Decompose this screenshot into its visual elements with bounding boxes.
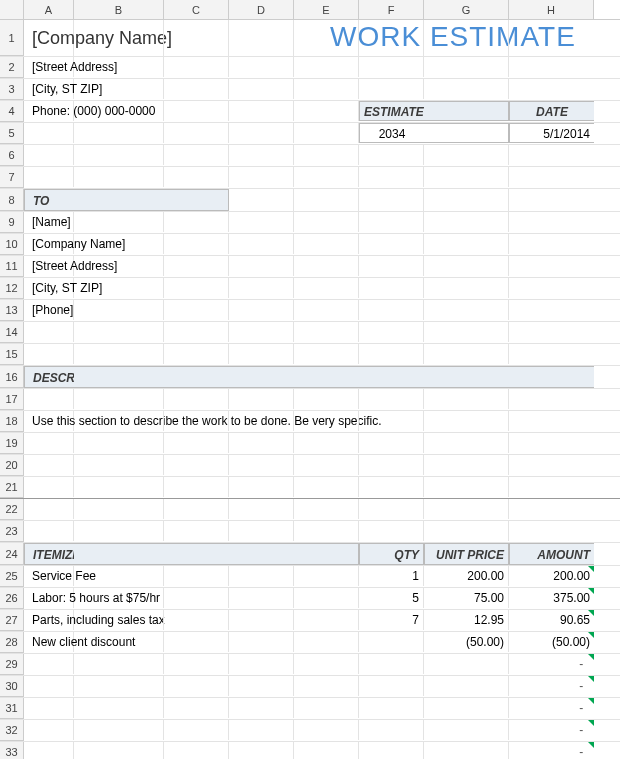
cell[interactable] [294, 366, 359, 388]
cell[interactable] [229, 632, 294, 652]
cell[interactable] [74, 101, 164, 121]
cell[interactable] [509, 256, 594, 276]
row-header-8[interactable]: 8 [0, 189, 24, 211]
cell[interactable] [229, 79, 294, 99]
cell[interactable] [74, 20, 164, 56]
row-header-1[interactable]: 1 [0, 20, 24, 56]
cell[interactable] [74, 654, 164, 674]
cell[interactable] [424, 433, 509, 453]
item-amt[interactable]: (50.00) [509, 632, 594, 652]
cell[interactable] [424, 654, 509, 674]
cell[interactable] [164, 212, 229, 232]
cell[interactable] [359, 433, 424, 453]
cell[interactable] [359, 344, 424, 364]
cell-estimate-value[interactable]: 2034 [359, 123, 424, 143]
cell[interactable] [509, 344, 594, 364]
cell[interactable] [229, 145, 294, 165]
cell[interactable] [424, 676, 509, 696]
cell[interactable] [74, 698, 164, 718]
cell[interactable] [164, 101, 229, 121]
row-header-32[interactable]: 32 [0, 720, 24, 741]
cell[interactable] [424, 145, 509, 165]
cell[interactable] [359, 20, 424, 56]
cell[interactable] [164, 566, 229, 586]
cell[interactable] [229, 433, 294, 453]
cell[interactable] [74, 499, 164, 519]
cell[interactable] [359, 300, 424, 320]
row-header-24[interactable]: 24 [0, 543, 24, 565]
row-header-2[interactable]: 2 [0, 57, 24, 78]
cell[interactable] [164, 389, 229, 409]
cell[interactable] [424, 189, 509, 211]
cell[interactable] [74, 145, 164, 165]
cell[interactable] [24, 455, 74, 475]
cell[interactable] [509, 57, 594, 77]
cell[interactable] [24, 742, 74, 759]
cell[interactable] [424, 344, 509, 364]
row-header-12[interactable]: 12 [0, 278, 24, 299]
cell[interactable] [229, 189, 294, 211]
cell[interactable] [294, 411, 359, 431]
row-header-19[interactable]: 19 [0, 433, 24, 454]
cell[interactable] [164, 455, 229, 475]
cell-to-phone[interactable]: [Phone] [24, 300, 74, 320]
cell[interactable] [229, 101, 294, 121]
cell[interactable] [164, 20, 229, 56]
cell[interactable] [294, 234, 359, 254]
cell[interactable] [74, 278, 164, 298]
cell[interactable] [359, 698, 424, 718]
cell[interactable] [74, 256, 164, 276]
cell[interactable] [359, 145, 424, 165]
item-amt[interactable]: 90.65 [509, 610, 594, 630]
cell[interactable] [359, 720, 424, 740]
cell[interactable] [24, 676, 74, 696]
cell[interactable] [74, 720, 164, 740]
cell[interactable] [294, 389, 359, 409]
cell[interactable] [74, 433, 164, 453]
cell[interactable] [74, 234, 164, 254]
cell[interactable] [509, 455, 594, 475]
cell[interactable] [424, 123, 509, 143]
cell[interactable] [229, 654, 294, 674]
cell[interactable] [294, 720, 359, 740]
row-header-15[interactable]: 15 [0, 344, 24, 365]
cell[interactable] [229, 676, 294, 696]
cell[interactable] [164, 477, 229, 497]
row-header-33[interactable]: 33 [0, 742, 24, 759]
cell-col-amt[interactable]: AMOUNT [509, 543, 594, 565]
cell[interactable] [74, 79, 164, 99]
cell[interactable] [74, 588, 164, 608]
cell[interactable] [359, 654, 424, 674]
cell[interactable] [294, 588, 359, 608]
cell[interactable] [164, 411, 229, 431]
cell[interactable] [294, 145, 359, 165]
item-qty[interactable]: 7 [359, 610, 424, 630]
cell[interactable] [24, 698, 74, 718]
item-amt[interactable]: 200.00 [509, 566, 594, 586]
cell[interactable] [229, 20, 294, 56]
row-header-9[interactable]: 9 [0, 212, 24, 233]
cell[interactable] [294, 543, 359, 565]
cell[interactable] [359, 212, 424, 232]
cell[interactable] [74, 389, 164, 409]
cell[interactable] [359, 411, 424, 431]
row-header-11[interactable]: 11 [0, 256, 24, 277]
cell[interactable] [424, 256, 509, 276]
cell[interactable] [359, 521, 424, 541]
cell[interactable] [359, 676, 424, 696]
cell[interactable] [509, 20, 594, 56]
cell[interactable] [424, 742, 509, 759]
cell[interactable] [509, 411, 594, 431]
cell[interactable] [74, 167, 164, 187]
cell[interactable] [509, 234, 594, 254]
row-header-10[interactable]: 10 [0, 234, 24, 255]
cell[interactable] [24, 167, 74, 187]
cell[interactable] [294, 79, 359, 99]
cell[interactable] [294, 610, 359, 630]
cell[interactable] [359, 322, 424, 342]
cell[interactable] [229, 57, 294, 77]
cell-items-label[interactable]: ITEMIZED COSTS [24, 543, 74, 565]
item-desc[interactable]: New client discount [24, 632, 74, 652]
cell-desc-label[interactable]: DESCRIPTION OF WORK [24, 366, 74, 388]
cell[interactable] [164, 543, 229, 565]
